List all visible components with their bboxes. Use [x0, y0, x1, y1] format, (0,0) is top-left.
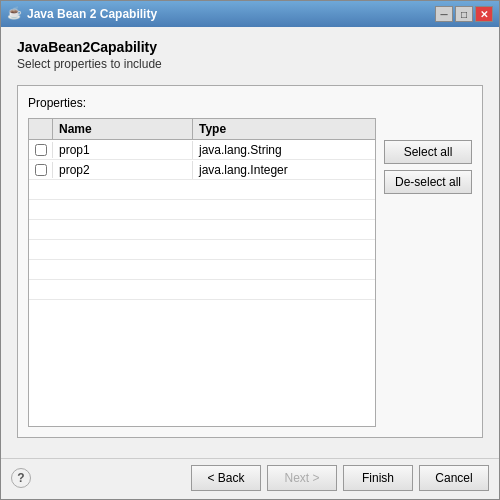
- name-column-header: Name: [53, 119, 193, 139]
- window-icon: ☕: [7, 6, 23, 22]
- table-row[interactable]: prop1 java.lang.String: [29, 140, 375, 160]
- empty-row: [29, 240, 375, 260]
- window-body: JavaBean2Capability Select properties to…: [1, 27, 499, 458]
- type-column-header: Type: [193, 119, 375, 139]
- properties-table: Name Type prop1 java.lang.String: [28, 118, 376, 427]
- empty-row: [29, 220, 375, 240]
- row1-name: prop1: [53, 141, 193, 159]
- empty-row: [29, 260, 375, 280]
- window-controls: ─ □ ✕: [435, 6, 493, 22]
- help-button[interactable]: ?: [11, 468, 31, 488]
- side-buttons: Select all De-select all: [384, 118, 472, 427]
- maximize-button[interactable]: □: [455, 6, 473, 22]
- row1-type: java.lang.String: [193, 141, 375, 159]
- row1-check-cell[interactable]: [29, 142, 53, 158]
- close-button[interactable]: ✕: [475, 6, 493, 22]
- table-row[interactable]: prop2 java.lang.Integer: [29, 160, 375, 180]
- empty-row: [29, 280, 375, 300]
- empty-row: [29, 200, 375, 220]
- empty-row: [29, 180, 375, 200]
- window-title: Java Bean 2 Capability: [27, 7, 431, 21]
- check-column-header: [29, 119, 53, 139]
- row2-check-cell[interactable]: [29, 162, 53, 178]
- row2-checkbox[interactable]: [35, 164, 47, 176]
- window: ☕ Java Bean 2 Capability ─ □ ✕ JavaBean2…: [0, 0, 500, 500]
- row1-checkbox[interactable]: [35, 144, 47, 156]
- deselect-all-button[interactable]: De-select all: [384, 170, 472, 194]
- next-button[interactable]: Next >: [267, 465, 337, 491]
- row2-name: prop2: [53, 161, 193, 179]
- select-all-button[interactable]: Select all: [384, 140, 472, 164]
- cancel-button[interactable]: Cancel: [419, 465, 489, 491]
- table-area: Name Type prop1 java.lang.String: [28, 118, 472, 427]
- title-bar: ☕ Java Bean 2 Capability ─ □ ✕: [1, 1, 499, 27]
- table-header: Name Type: [29, 119, 375, 140]
- group-label: Properties:: [28, 96, 472, 110]
- table-body: prop1 java.lang.String prop2 java.lang.I…: [29, 140, 375, 426]
- bottom-bar: ? < Back Next > Finish Cancel: [1, 458, 499, 499]
- back-button[interactable]: < Back: [191, 465, 261, 491]
- minimize-button[interactable]: ─: [435, 6, 453, 22]
- properties-group: Properties: Name Type: [17, 85, 483, 438]
- finish-button[interactable]: Finish: [343, 465, 413, 491]
- dialog-subtitle: Select properties to include: [17, 57, 483, 71]
- dialog-title: JavaBean2Capability: [17, 39, 483, 55]
- row2-type: java.lang.Integer: [193, 161, 375, 179]
